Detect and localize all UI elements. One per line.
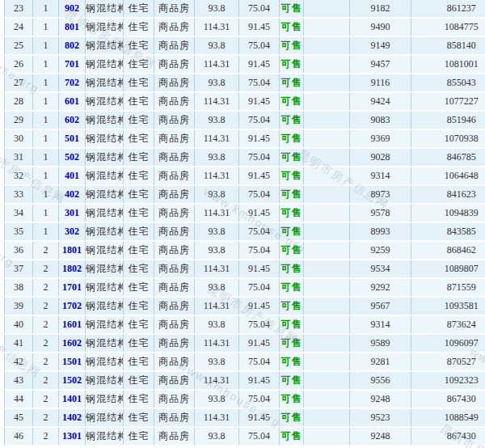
cell-unit: 1602: [59, 334, 86, 353]
unit-link[interactable]: 301: [65, 207, 79, 218]
cell-total-price: 861237: [411, 0, 485, 18]
cell-type: 商品房: [154, 390, 195, 408]
cell-structure: 钢混结构: [86, 408, 124, 427]
unit-link[interactable]: 1802: [62, 263, 82, 274]
cell-unit-price: 9424: [350, 92, 411, 111]
cell-gap: [304, 0, 350, 18]
cell-build-area: 93.8: [195, 353, 239, 371]
cell-unit: 702: [59, 74, 86, 92]
unit-link[interactable]: 1401: [62, 393, 82, 404]
cell-total-price: 1092323: [411, 371, 485, 390]
unit-link[interactable]: 601: [65, 95, 79, 107]
cell-building: 1: [33, 92, 59, 111]
unit-link[interactable]: 702: [65, 77, 79, 88]
unit-link[interactable]: 402: [65, 188, 79, 200]
cell-use: 住宅: [124, 185, 154, 204]
cell-seq: 36: [5, 241, 33, 260]
cell-gap: [304, 241, 350, 260]
cell-type: 商品房: [154, 18, 195, 36]
table-row: 29 1 602 钢混结构 住宅 商品房 93.8 75.04 可售 9083 …: [5, 111, 485, 129]
cell-build-area: 93.8: [195, 111, 239, 129]
cell-unit: 501: [59, 129, 86, 148]
status-badge: 可售: [281, 374, 302, 386]
cell-seq: 26: [5, 55, 33, 74]
listing-page: 23 1 902 钢混结构 住宅 商品房 93.8 75.04 可售 9182 …: [0, 0, 485, 448]
cell-total-price: 855043: [411, 74, 485, 92]
unit-link[interactable]: 302: [65, 226, 79, 237]
unit-link[interactable]: 902: [65, 2, 79, 14]
cell-build-area: 93.8: [195, 0, 239, 18]
unit-link[interactable]: 1701: [62, 281, 82, 293]
cell-use: 住宅: [124, 315, 154, 334]
cell-inner-area: 75.04: [239, 315, 280, 334]
cell-status: 可售: [280, 371, 304, 390]
cell-unit-price: 8993: [350, 222, 411, 241]
table-row: 25 1 802 钢混结构 住宅 商品房 93.8 75.04 可售 9149 …: [5, 36, 485, 55]
unit-link[interactable]: 1602: [62, 337, 82, 349]
cell-building: 1: [33, 0, 59, 18]
cell-total-price: 843585: [411, 222, 485, 241]
unit-link[interactable]: 602: [65, 114, 79, 125]
cell-build-area: 93.8: [195, 222, 239, 241]
cell-unit-price: 9281: [350, 353, 411, 371]
unit-link[interactable]: 501: [65, 133, 79, 144]
cell-total-price: 846785: [411, 148, 485, 167]
cell-type: 商品房: [154, 353, 195, 371]
cell-seq: 27: [5, 74, 33, 92]
cell-gap: [304, 36, 350, 55]
unit-link[interactable]: 1402: [62, 412, 82, 423]
cell-type: 商品房: [154, 334, 195, 353]
cell-unit: 401: [59, 167, 86, 185]
table-row: 46 2 1301 钢混结构 住宅 商品房 93.8 75.04 可售 9248…: [5, 427, 485, 446]
cell-inner-area: 91.45: [239, 18, 280, 36]
unit-link[interactable]: 701: [65, 58, 79, 70]
unit-link[interactable]: 502: [65, 151, 79, 163]
cell-unit-price: 9589: [350, 334, 411, 353]
cell-status: 可售: [280, 315, 304, 334]
unit-link[interactable]: 1601: [62, 319, 82, 330]
cell-use: 住宅: [124, 408, 154, 427]
cell-status: 可售: [280, 260, 304, 278]
cell-gap: [304, 408, 350, 427]
cell-use: 住宅: [124, 222, 154, 241]
unit-link[interactable]: 1501: [62, 356, 82, 367]
cell-building: 1: [33, 167, 59, 185]
cell-type: 商品房: [154, 111, 195, 129]
cell-inner-area: 75.04: [239, 74, 280, 92]
cell-seq: 42: [5, 353, 33, 371]
cell-use: 住宅: [124, 74, 154, 92]
cell-use: 住宅: [124, 241, 154, 260]
cell-unit: 701: [59, 55, 86, 74]
cell-building: 1: [33, 36, 59, 55]
cell-structure: 钢混结构: [86, 74, 124, 92]
unit-link[interactable]: 1301: [62, 430, 82, 442]
cell-total-price: 867430: [411, 427, 485, 446]
cell-type: 商品房: [154, 129, 195, 148]
cell-type: 商品房: [154, 74, 195, 92]
cell-gap: [304, 167, 350, 185]
unit-link[interactable]: 1702: [62, 300, 82, 311]
cell-building: 2: [33, 390, 59, 408]
cell-unit: 802: [59, 36, 86, 55]
unit-link[interactable]: 802: [65, 40, 79, 51]
cell-building: 2: [33, 427, 59, 446]
status-badge: 可售: [281, 263, 302, 274]
cell-type: 商品房: [154, 204, 195, 222]
status-badge: 可售: [281, 319, 302, 330]
cell-structure: 钢混结构: [86, 129, 124, 148]
unit-link[interactable]: 801: [65, 21, 79, 32]
cell-unit: 902: [59, 0, 86, 18]
cell-structure: 钢混结构: [86, 334, 124, 353]
cell-use: 住宅: [124, 0, 154, 18]
cell-building: 2: [33, 241, 59, 260]
cell-status: 可售: [280, 353, 304, 371]
cell-seq: 44: [5, 390, 33, 408]
unit-link[interactable]: 1801: [62, 244, 82, 256]
cell-total-price: 873624: [411, 315, 485, 334]
unit-link[interactable]: 1502: [62, 374, 82, 386]
cell-unit: 601: [59, 92, 86, 111]
unit-link[interactable]: 401: [65, 170, 79, 181]
cell-status: 可售: [280, 185, 304, 204]
cell-seq: 35: [5, 222, 33, 241]
cell-structure: 钢混结构: [86, 92, 124, 111]
